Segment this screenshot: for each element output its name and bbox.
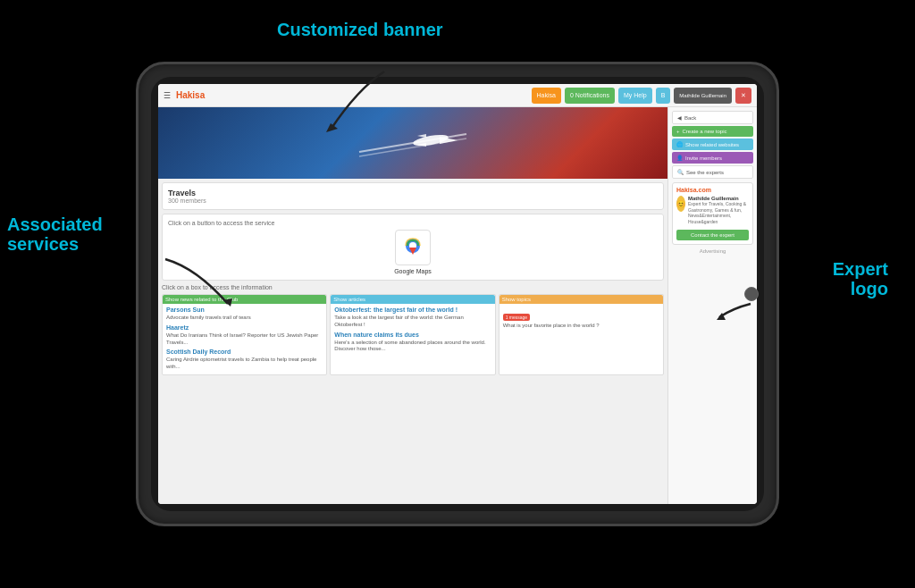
search-icon: 🔍 xyxy=(677,169,684,175)
tablet-inner: ☰ Hakisa Hakisa 0 Notifications My Help … xyxy=(151,77,764,511)
main-area: Travels 300 members Click on a button to… xyxy=(158,107,667,504)
google-maps-item[interactable]: Google Maps xyxy=(168,230,658,274)
plus-icon: + xyxy=(676,129,680,134)
banner xyxy=(158,107,667,179)
message-badge: 1 message xyxy=(503,314,530,321)
travels-title: Travels xyxy=(168,189,658,197)
topics-header: Show topics xyxy=(499,295,663,304)
info-label: Click on a box to access the information xyxy=(162,284,664,290)
app-header: ☰ Hakisa Hakisa 0 Notifications My Help … xyxy=(158,84,757,107)
my-help-button[interactable]: My Help xyxy=(618,88,652,104)
hakisa-button[interactable]: Hakisa xyxy=(532,88,561,104)
news-item-2-text: What Do Iranians Think of Israel? Report… xyxy=(166,332,323,347)
services-label: Click on a button to access the service xyxy=(168,220,658,226)
svg-marker-4 xyxy=(417,134,426,138)
expert-avatar: 😊 xyxy=(676,196,685,212)
home-button[interactable] xyxy=(744,287,759,301)
menu-icon: ☰ xyxy=(164,91,171,100)
google-maps-icon xyxy=(395,230,431,265)
logout-button[interactable]: ✕ xyxy=(735,88,751,104)
app-logo: Hakisa xyxy=(176,90,205,100)
back-icon: ◀ xyxy=(677,114,682,121)
info-grid: Show news related to the Club Parsons Su… xyxy=(162,294,664,375)
show-websites-button[interactable]: 🌐 Show related websites xyxy=(672,139,753,150)
article-1-text: Take a look at the largest fair of the w… xyxy=(334,315,491,329)
create-topic-button[interactable]: + Create a new topic xyxy=(672,126,753,137)
articles-header: Show articles xyxy=(331,295,494,304)
info-boxes: Click on a box to access the information… xyxy=(162,284,664,375)
news-item-1-text: Advocate family travels trail of tears xyxy=(166,315,323,322)
expert-logo: Hakisa.com xyxy=(676,187,749,193)
travels-members: 300 members xyxy=(168,197,658,204)
annotation-customized-banner: Customized banner xyxy=(277,20,443,39)
news-item-2-title: Haaretz xyxy=(166,324,323,331)
expert-box: Hakisa.com 😊 Mathilde Guillemain Expert … xyxy=(672,182,753,245)
news-box[interactable]: Show news related to the Club Parsons Su… xyxy=(162,294,327,375)
expert-description: Expert for Travels, Cooking & Gastronomy… xyxy=(688,201,749,224)
topics-box[interactable]: Show topics 1 message What is your favor… xyxy=(499,294,664,375)
back-button[interactable]: ◀ Back xyxy=(672,111,753,124)
news-item-1-title: Parsons Sun xyxy=(166,307,323,313)
articles-box[interactable]: Show articles Oktoberfest: the largest f… xyxy=(330,294,495,375)
notifications-button[interactable]: 0 Notifications xyxy=(565,88,615,104)
article-1-title: Oktoberfest: the largest fair of the wor… xyxy=(334,307,491,313)
annotation-expert-logo: Expertlogo xyxy=(833,259,888,298)
google-maps-label: Google Maps xyxy=(394,268,432,274)
services-section: Click on a button to access the service xyxy=(162,214,664,281)
article-2-title: When nature claims its dues xyxy=(334,332,491,338)
svg-line-0 xyxy=(359,134,466,152)
expert-logo-text: Hakisa.com xyxy=(676,187,711,193)
sidebar: ◀ Back + Create a new topic 🌐 Show relat… xyxy=(667,107,757,504)
annotation-associated-services: Associatedservices xyxy=(7,214,103,254)
globe-icon: 🌐 xyxy=(676,141,683,147)
user-button[interactable]: Mathilde Guillemain xyxy=(674,88,732,104)
news-item-3-title: Scottish Daily Record xyxy=(166,349,323,355)
news-item-3-text: Caring Airdrie optometrist travels to Za… xyxy=(166,357,323,371)
person-icon: 👤 xyxy=(676,155,683,161)
extra-button[interactable]: B xyxy=(656,88,671,104)
topic-1-text: What is your favorite place in the world… xyxy=(503,323,659,330)
see-experts-button[interactable]: 🔍 See the experts xyxy=(672,165,753,179)
travels-section: Travels 300 members xyxy=(162,182,664,210)
news-header: Show news related to the Club xyxy=(163,295,326,304)
article-2-text: Here's a selection of some abandoned pla… xyxy=(334,340,491,354)
contact-expert-button[interactable]: Contact the expert xyxy=(676,230,749,240)
app-content: Travels 300 members Click on a button to… xyxy=(158,107,757,504)
tablet-screen: ☰ Hakisa Hakisa 0 Notifications My Help … xyxy=(158,84,757,504)
tablet-frame: ☰ Hakisa Hakisa 0 Notifications My Help … xyxy=(136,62,779,526)
advertising-label: Advertising xyxy=(672,248,753,254)
invite-members-button[interactable]: 👤 Invite members xyxy=(672,152,753,164)
